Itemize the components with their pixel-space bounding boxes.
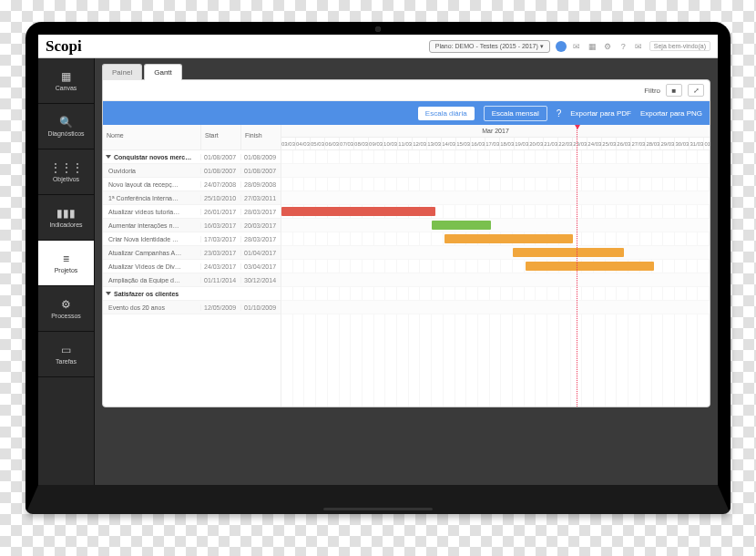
gantt-chart-row <box>281 178 710 191</box>
task-start: 24/03/2017 <box>200 263 240 270</box>
sidebar-icon: ▭ <box>61 345 71 355</box>
col-name-header: Nome <box>103 125 200 149</box>
gantt-task-row[interactable]: 1ª Conferência Interna…25/10/201027/03/2… <box>103 191 281 205</box>
gantt-bar[interactable] <box>432 221 492 230</box>
day-cell: 20/03 <box>529 138 544 149</box>
task-finish: 30/12/2014 <box>240 277 281 283</box>
gantt-columns-header: Nome Start Finish <box>103 125 281 150</box>
sidebar-item-indicadores[interactable]: ▮▮▮Indicadores <box>38 195 94 241</box>
top-bar: Scopi Plano: DEMO - Testes (2015 - 2017)… <box>38 35 718 58</box>
day-cell: 10/03 <box>383 138 398 149</box>
grid-icon[interactable]: ▦ <box>587 41 598 51</box>
gantt-task-row[interactable]: Ouvidoria01/08/200701/08/2007 <box>103 164 281 178</box>
view-toggle-button[interactable]: ■ <box>666 84 682 97</box>
day-cell: 31/03 <box>690 138 704 149</box>
task-name: Atualizar vídeos tutoria… <box>103 209 200 215</box>
tab-painel[interactable]: Painel <box>102 64 142 80</box>
task-finish: 01/04/2017 <box>240 250 281 256</box>
gantt-panel: Filtro ■ ⤢ Escala diária Escala mensal ?… <box>102 79 710 407</box>
export-png-button[interactable]: Exportar para PNG <box>640 109 702 118</box>
task-finish: 27/03/2011 <box>240 195 281 201</box>
collapse-caret-icon[interactable] <box>106 292 111 295</box>
mail-icon[interactable]: ✉ <box>634 41 644 51</box>
gantt-bar[interactable] <box>444 234 573 243</box>
sidebar-item-label: Indicadores <box>49 221 82 228</box>
task-start: 01/08/2007 <box>200 168 240 174</box>
gantt-chart-row <box>281 273 710 287</box>
scale-daily-button[interactable]: Escala diária <box>418 107 475 120</box>
gantt-task-row[interactable]: Atualizar vídeos tutoria…26/01/201728/03… <box>103 205 281 219</box>
gantt-today-marker <box>577 125 577 407</box>
tabs: PainelGantt <box>102 64 710 80</box>
gantt-bar[interactable] <box>513 248 624 257</box>
gantt-group-row[interactable]: Satisfazer os clientes <box>103 287 281 301</box>
task-start: 16/03/2017 <box>200 222 240 229</box>
task-name: Aumentar interações n… <box>103 222 200 229</box>
tab-gantt[interactable]: Gantt <box>144 64 182 80</box>
gantt-columns: Nome Start Finish Conquistar novos merc…… <box>103 125 281 407</box>
col-start-header: Start <box>200 125 240 149</box>
day-cell: 03/03 <box>281 138 296 149</box>
gantt-task-row[interactable]: Aumentar interações n…16/03/201720/03/20… <box>103 219 281 232</box>
fullscreen-button[interactable]: ⤢ <box>688 84 704 97</box>
gantt-chart-row <box>281 164 710 178</box>
gantt-bar[interactable] <box>526 262 654 271</box>
sidebar-item-tarefas[interactable]: ▭Tarefas <box>38 332 94 377</box>
day-cell: 13/03 <box>427 138 442 149</box>
gantt-chart-row <box>281 205 710 219</box>
gantt-task-row[interactable]: Evento dos 20 anos12/05/200901/10/2009 <box>103 301 281 314</box>
gantt-bar[interactable] <box>281 207 435 216</box>
gantt-days-header: 03/0304/0305/0306/0307/0308/0309/0310/03… <box>281 138 710 150</box>
task-name: Satisfazer os clientes <box>103 291 200 297</box>
task-name: Ouvidoria <box>103 168 200 174</box>
task-start: 23/03/2017 <box>200 250 240 256</box>
col-finish-header: Finish <box>240 125 281 149</box>
bell-icon[interactable]: ✉ <box>572 41 582 51</box>
day-cell: 21/03 <box>544 138 558 149</box>
task-finish: 03/04/2017 <box>240 263 281 270</box>
gantt-group-row[interactable]: Conquistar novos merc…01/08/200701/08/20… <box>103 150 281 164</box>
sidebar-icon: ▦ <box>61 71 71 82</box>
task-start: 01/11/2014 <box>200 277 240 283</box>
task-finish: 01/08/2009 <box>240 154 281 160</box>
task-name: Ampliação da Equipe d… <box>103 277 200 283</box>
filter-link[interactable]: Filtro <box>644 87 660 95</box>
gantt-chart-row <box>281 219 710 232</box>
toolbar-help-icon[interactable]: ? <box>557 108 562 118</box>
sidebar-item-objetivos[interactable]: ⋮⋮⋮Objetivos <box>38 149 94 195</box>
day-cell: 28/03 <box>646 138 660 149</box>
export-pdf-button[interactable]: Exportar para PDF <box>570 109 631 118</box>
sidebar-item-canvas[interactable]: ▦Canvas <box>38 58 94 104</box>
gantt-task-row[interactable]: Criar Nova Identidade …17/03/201728/03/2… <box>103 232 281 246</box>
plan-selector-button[interactable]: Plano: DEMO - Testes (2015 - 2017) ▾ <box>429 40 550 53</box>
gantt-chart[interactable]: Mar 2017 03/0304/0305/0306/0307/0308/030… <box>281 125 710 407</box>
day-cell: 09/03 <box>369 138 383 149</box>
sidebar-item-projetos[interactable]: ≡Projetos <box>38 241 94 286</box>
day-cell: 22/03 <box>558 138 573 149</box>
collapse-caret-icon[interactable] <box>106 155 111 159</box>
task-finish: 28/03/2017 <box>240 209 281 215</box>
gantt-month-header: Mar 2017 <box>281 125 710 138</box>
day-cell: 07/03 <box>340 138 354 149</box>
sidebar-item-label: Tarefas <box>56 358 77 365</box>
sidebar-item-processos[interactable]: ⚙Processos <box>38 286 94 332</box>
task-finish: 20/03/2017 <box>240 222 281 229</box>
user-avatar[interactable] <box>556 41 567 52</box>
screen: Scopi Plano: DEMO - Testes (2015 - 2017)… <box>38 35 718 485</box>
gantt-task-row[interactable]: Novo layout da recepç…24/07/200828/09/20… <box>103 178 281 191</box>
scale-monthly-button[interactable]: Escala mensal <box>484 106 547 121</box>
sidebar-item-label: Processos <box>51 313 81 319</box>
sidebar-item-label: Objetivos <box>53 176 79 182</box>
sidebar-icon: ⋮⋮⋮ <box>50 162 83 173</box>
gantt-chart-row <box>281 301 710 314</box>
sidebar-item-diagnósticos[interactable]: 🔍Diagnósticos <box>38 104 94 149</box>
day-cell: 17/03 <box>485 138 500 149</box>
gantt-task-row[interactable]: Atualizar Vídeos de Div…24/03/201703/04/… <box>103 260 281 273</box>
day-cell: 19/03 <box>515 138 529 149</box>
help-icon[interactable]: ? <box>618 41 628 51</box>
gantt-task-row[interactable]: Ampliação da Equipe d…01/11/201430/12/20… <box>103 273 281 287</box>
gantt-task-row[interactable]: Atualizar Campanhas A…23/03/201701/04/20… <box>103 246 281 260</box>
gear-icon[interactable]: ⚙ <box>603 41 613 51</box>
sidebar-icon: ≡ <box>63 253 69 264</box>
task-start: 26/01/2017 <box>200 209 240 215</box>
